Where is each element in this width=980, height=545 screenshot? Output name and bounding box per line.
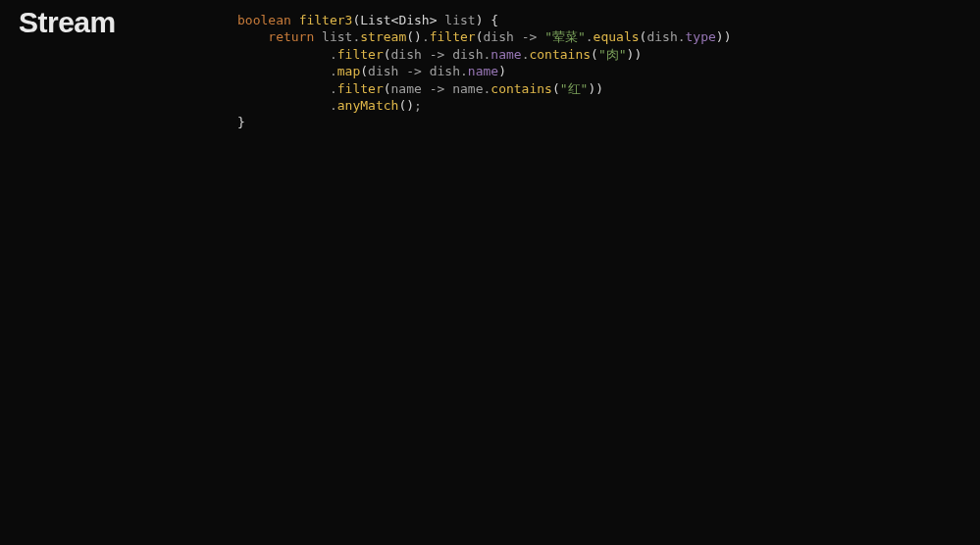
paren-open: ( bbox=[406, 29, 414, 44]
lambda-param: dish bbox=[368, 64, 398, 78]
code-line-3: .filter(dish -> dish.name.contains("肉")) bbox=[237, 47, 642, 62]
sp bbox=[422, 64, 430, 78]
paren-open: ( bbox=[360, 64, 368, 78]
property-name: name bbox=[468, 64, 498, 78]
method-contains: contains bbox=[490, 81, 552, 96]
code-line-1: boolean filter3(List<Dish> list) { bbox=[237, 13, 498, 27]
lambda-param: dish bbox=[646, 29, 677, 44]
indent bbox=[237, 29, 268, 44]
sp bbox=[314, 29, 322, 44]
code-line-5: .filter(name -> name.contains("红")) bbox=[237, 81, 603, 96]
slide-title: Stream bbox=[19, 6, 116, 39]
indent bbox=[237, 81, 330, 96]
lambda-param: dish bbox=[484, 29, 514, 44]
paren-close: ) bbox=[595, 81, 603, 96]
arrow: -> bbox=[430, 81, 445, 96]
method-equals: equals bbox=[593, 29, 640, 44]
string-literal: "肉" bbox=[598, 47, 627, 62]
code-block: boolean filter3(List<Dish> list) { retur… bbox=[237, 12, 732, 131]
lambda-param: dish bbox=[391, 47, 422, 62]
code-line-6: .anyMatch(); bbox=[237, 98, 422, 113]
code-line-7: } bbox=[237, 115, 245, 129]
paren-close: ) bbox=[716, 29, 724, 44]
paren-open: ( bbox=[476, 29, 484, 44]
dot: . bbox=[330, 47, 337, 62]
sp bbox=[514, 29, 522, 44]
paren-close: ) bbox=[498, 64, 506, 78]
sp bbox=[422, 81, 430, 96]
paren-close: ) bbox=[476, 13, 484, 27]
code-line-4: .map(dish -> dish.name) bbox=[237, 64, 506, 78]
method-filter: filter bbox=[337, 81, 384, 96]
class-list: List bbox=[360, 13, 390, 27]
sp bbox=[444, 47, 452, 62]
method-filter: filter bbox=[430, 29, 476, 44]
paren-open: ( bbox=[552, 81, 560, 96]
indent bbox=[237, 98, 330, 113]
method-filter: filter bbox=[337, 47, 384, 62]
dot: . bbox=[422, 29, 430, 44]
paren-close: ) bbox=[634, 47, 642, 62]
paren-open: ( bbox=[384, 47, 391, 62]
method-stream: stream bbox=[360, 29, 406, 44]
class-dish: Dish bbox=[398, 13, 429, 27]
method-anymatch: anyMatch bbox=[337, 98, 399, 113]
indent bbox=[237, 47, 330, 62]
dot: . bbox=[330, 64, 337, 78]
sp bbox=[444, 81, 452, 96]
indent bbox=[237, 64, 330, 78]
brace-close: } bbox=[237, 115, 245, 129]
property-type: type bbox=[686, 29, 716, 44]
paren-close: ) bbox=[414, 29, 422, 44]
code-line-2: return list.stream().filter(dish -> "荤菜"… bbox=[237, 29, 732, 44]
string-literal: "红" bbox=[560, 81, 589, 96]
sp bbox=[422, 47, 430, 62]
lambda-param: name bbox=[452, 81, 483, 96]
keyword-return: return bbox=[268, 29, 314, 44]
semicolon: ; bbox=[414, 98, 422, 113]
method-contains: contains bbox=[529, 47, 591, 62]
function-name: filter3 bbox=[299, 13, 353, 27]
brace-open: { bbox=[484, 13, 499, 27]
sp bbox=[537, 29, 544, 44]
arrow: -> bbox=[406, 64, 422, 78]
paren-close: ) bbox=[406, 98, 414, 113]
lambda-param: name bbox=[391, 81, 422, 96]
dot: . bbox=[460, 64, 468, 78]
paren-open: ( bbox=[384, 81, 391, 96]
arrow: -> bbox=[430, 47, 445, 62]
gt: > bbox=[430, 13, 438, 27]
dot: . bbox=[330, 98, 337, 113]
string-literal: "荤菜" bbox=[544, 29, 586, 44]
lambda-param: dish bbox=[430, 64, 460, 78]
property-name: name bbox=[490, 47, 521, 62]
paren-close: ) bbox=[724, 29, 732, 44]
dot: . bbox=[330, 81, 337, 96]
dot: . bbox=[678, 29, 686, 44]
lambda-param: dish bbox=[452, 47, 483, 62]
keyword-boolean: boolean bbox=[237, 13, 291, 27]
ident-list: list bbox=[322, 29, 352, 44]
paren-open: ( bbox=[591, 47, 598, 62]
arrow: -> bbox=[522, 29, 538, 44]
method-map: map bbox=[337, 64, 360, 78]
param-list: list bbox=[444, 13, 475, 27]
dot: . bbox=[586, 29, 593, 44]
